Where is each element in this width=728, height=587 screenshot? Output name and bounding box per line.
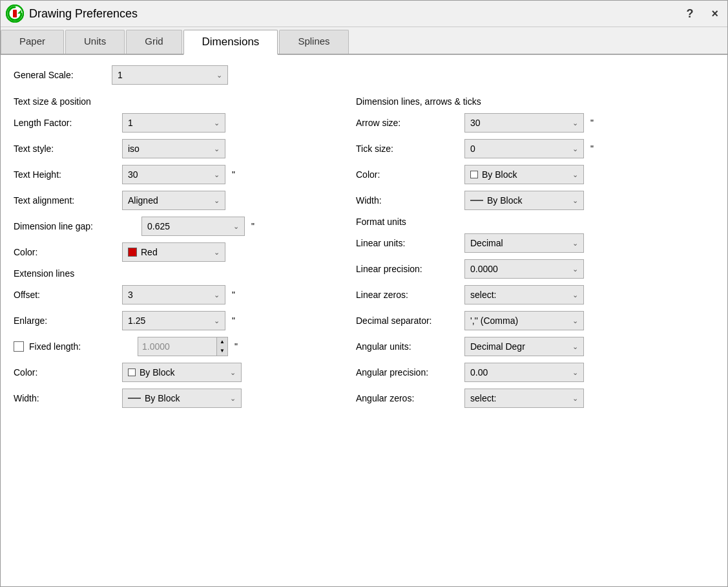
decimal-separator-row: Decimal separator: ','' (Comma) ⌄ — [356, 311, 714, 330]
offset-label: Offset: — [14, 290, 117, 300]
offset-dropdown[interactable]: 3 ⌄ — [122, 285, 225, 304]
main-columns: Text size & position Length Factor: 1 ⌄ … — [14, 94, 714, 414]
text-alignment-value: Aligned — [128, 195, 158, 206]
dim-color-row: Color: By Block ⌄ — [356, 165, 714, 184]
app-icon — [6, 5, 24, 23]
ext-color-row: Color: By Block ⌄ — [14, 363, 337, 382]
text-style-dropdown[interactable]: iso ⌄ — [122, 139, 225, 158]
text-height-arrow: ⌄ — [214, 171, 220, 179]
text-alignment-arrow: ⌄ — [214, 197, 220, 205]
angular-units-arrow: ⌄ — [572, 343, 578, 351]
arrow-size-dropdown[interactable]: 30 ⌄ — [464, 113, 584, 133]
text-alignment-label: Text alignment: — [14, 195, 117, 206]
angular-zeros-row: Angular zeros: select: ⌄ — [356, 389, 714, 408]
text-height-row: Text Height: 30 ⌄ " — [14, 165, 337, 184]
linear-zeros-value: select: — [470, 290, 496, 300]
text-height-dropdown[interactable]: 30 ⌄ — [122, 165, 225, 184]
ext-color-dropdown[interactable]: By Block ⌄ — [122, 363, 242, 382]
svg-rect-2 — [13, 10, 17, 17]
text-style-arrow: ⌄ — [214, 145, 220, 153]
offset-suffix: " — [232, 290, 235, 300]
linear-zeros-arrow: ⌄ — [572, 291, 578, 299]
text-alignment-dropdown[interactable]: Aligned ⌄ — [122, 191, 225, 210]
linear-zeros-dropdown[interactable]: select: ⌄ — [464, 285, 584, 304]
angular-zeros-dropdown[interactable]: select: ⌄ — [464, 389, 584, 408]
linear-precision-row: Linear precision: 0.0000 ⌄ — [356, 259, 714, 279]
general-scale-value: 1 — [118, 70, 123, 80]
tab-splines[interactable]: Splines — [279, 30, 348, 54]
text-color-label: Color: — [14, 247, 117, 257]
linear-precision-label: Linear precision: — [356, 264, 459, 274]
text-section-title: Text size & position — [14, 96, 337, 107]
text-color-dropdown[interactable]: Red ⌄ — [122, 242, 225, 262]
dim-line-gap-row: Dimension line gap: 0.625 ⌄ " — [14, 217, 337, 236]
text-color-arrow: ⌄ — [214, 248, 220, 257]
ext-color-arrow: ⌄ — [230, 368, 236, 377]
length-factor-arrow: ⌄ — [214, 119, 220, 127]
arrow-size-row: Arrow size: 30 ⌄ " — [356, 113, 714, 133]
length-factor-value: 1 — [128, 118, 133, 128]
ext-width-arrow: ⌄ — [230, 394, 236, 403]
linear-precision-dropdown[interactable]: 0.0000 ⌄ — [464, 259, 584, 279]
titlebar-right: ? × — [682, 6, 722, 22]
dim-width-dropdown[interactable]: By Block ⌄ — [464, 191, 584, 210]
ext-color-value: By Block — [140, 367, 174, 378]
dim-color-dropdown[interactable]: By Block ⌄ — [464, 165, 584, 184]
fixed-length-spinner[interactable]: 1.0000 ▲ ▼ — [138, 337, 228, 356]
tab-grid[interactable]: Grid — [126, 30, 182, 54]
tick-size-label: Tick size: — [356, 144, 459, 154]
dim-line-gap-arrow: ⌄ — [233, 222, 239, 231]
dim-width-value: By Block — [487, 195, 522, 206]
linear-units-dropdown[interactable]: Decimal ⌄ — [464, 233, 584, 253]
text-color-value: Red — [141, 247, 158, 257]
help-button[interactable]: ? — [682, 6, 697, 22]
dim-line-gap-label: Dimension line gap: — [14, 221, 136, 231]
window-title: Drawing Preferences — [29, 7, 138, 21]
tick-size-value: 0 — [470, 144, 475, 154]
general-scale-label: General Scale: — [14, 70, 104, 80]
tab-units[interactable]: Units — [65, 30, 125, 54]
ext-color-icon — [128, 368, 136, 376]
dim-line-gap-suffix: " — [251, 221, 255, 231]
dim-color-value: By Block — [482, 169, 517, 180]
dim-width-row: Width: By Block ⌄ — [356, 191, 714, 210]
general-scale-dropdown[interactable]: 1 ⌄ — [112, 65, 228, 85]
dim-width-label: Width: — [356, 195, 459, 206]
text-height-suffix: " — [232, 169, 235, 180]
angular-precision-value: 0.00 — [470, 367, 488, 378]
angular-precision-dropdown[interactable]: 0.00 ⌄ — [464, 363, 584, 382]
offset-arrow: ⌄ — [214, 291, 220, 299]
fixed-length-suffix: " — [234, 341, 238, 352]
text-alignment-row: Text alignment: Aligned ⌄ — [14, 191, 337, 210]
extension-section-title: Extension lines — [14, 268, 337, 279]
text-style-label: Text style: — [14, 144, 117, 154]
fixed-length-checkbox[interactable] — [14, 341, 24, 352]
dim-width-arrow: ⌄ — [572, 197, 578, 205]
decimal-separator-dropdown[interactable]: ','' (Comma) ⌄ — [464, 311, 584, 330]
tab-dimensions[interactable]: Dimensions — [183, 30, 278, 55]
tick-size-dropdown[interactable]: 0 ⌄ — [464, 139, 584, 158]
enlarge-dropdown[interactable]: 1.25 ⌄ — [122, 311, 225, 330]
dim-line-gap-dropdown[interactable]: 0.625 ⌄ — [141, 217, 245, 236]
length-factor-dropdown[interactable]: 1 ⌄ — [122, 113, 225, 133]
right-column: Dimension lines, arrows & ticks Arrow si… — [349, 94, 714, 414]
close-button[interactable]: × — [707, 6, 722, 22]
general-scale-arrow: ⌄ — [216, 71, 222, 80]
linear-precision-value: 0.0000 — [470, 264, 498, 274]
spinner-down-button[interactable]: ▼ — [217, 347, 227, 356]
dim-line-gap-value: 0.625 — [147, 221, 170, 231]
enlarge-row: Enlarge: 1.25 ⌄ " — [14, 311, 337, 330]
ext-width-dropdown[interactable]: By Block ⌄ — [122, 389, 242, 408]
dim-color-icon — [470, 171, 478, 178]
linear-units-label: Linear units: — [356, 238, 459, 248]
spinner-up-button[interactable]: ▲ — [217, 337, 227, 347]
arrow-size-suffix: " — [590, 118, 594, 128]
dim-width-icon — [470, 200, 483, 201]
tab-paper[interactable]: Paper — [1, 30, 64, 54]
text-color-row: Color: Red ⌄ — [14, 242, 337, 262]
linear-units-row: Linear units: Decimal ⌄ — [356, 233, 714, 253]
dim-color-label: Color: — [356, 169, 459, 180]
dim-color-arrow: ⌄ — [572, 171, 578, 179]
text-style-value: iso — [128, 144, 140, 154]
angular-units-dropdown[interactable]: Decimal Degr ⌄ — [464, 337, 584, 356]
